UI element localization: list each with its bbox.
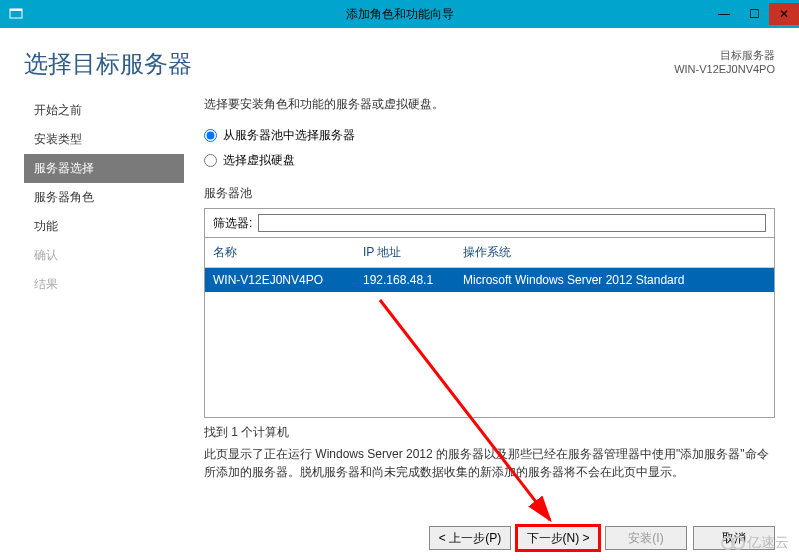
- server-table: 名称 IP 地址 操作系统 WIN-V12EJ0NV4PO 192.168.48…: [204, 238, 775, 418]
- maximize-button[interactable]: ☐: [739, 3, 769, 25]
- wizard-nav: 开始之前 安装类型 服务器选择 服务器角色 功能 确认 结果: [24, 90, 184, 490]
- nav-install-type[interactable]: 安装类型: [24, 125, 184, 154]
- nav-server-selection[interactable]: 服务器选择: [24, 154, 184, 183]
- content: 开始之前 安装类型 服务器选择 服务器角色 功能 确认 结果 选择要安装角色和功…: [0, 90, 799, 490]
- minimize-button[interactable]: —: [709, 3, 739, 25]
- col-name-header[interactable]: 名称: [213, 244, 363, 261]
- page-title: 选择目标服务器: [24, 48, 192, 80]
- svg-rect-1: [10, 9, 22, 11]
- col-os-header[interactable]: 操作系统: [463, 244, 766, 261]
- target-label: 目标服务器: [674, 48, 775, 63]
- wizard-footer: < 上一步(P) 下一步(N) > 安装(I) 取消: [429, 526, 775, 550]
- radio-server-pool[interactable]: 从服务器池中选择服务器: [204, 127, 775, 144]
- found-count: 找到 1 个计算机: [204, 424, 775, 441]
- cancel-button[interactable]: 取消: [693, 526, 775, 550]
- prev-button[interactable]: < 上一步(P): [429, 526, 511, 550]
- window-title: 添加角色和功能向导: [346, 6, 454, 23]
- filter-label: 筛选器:: [213, 215, 252, 232]
- table-row[interactable]: WIN-V12EJ0NV4PO 192.168.48.1 Microsoft W…: [205, 268, 774, 292]
- cell-ip: 192.168.48.1: [363, 273, 463, 287]
- radio-vhd[interactable]: 选择虚拟硬盘: [204, 152, 775, 169]
- description-text: 此页显示了正在运行 Windows Server 2012 的服务器以及那些已经…: [204, 445, 775, 481]
- next-button[interactable]: 下一步(N) >: [517, 526, 599, 550]
- nav-before-begin[interactable]: 开始之前: [24, 96, 184, 125]
- table-header: 名称 IP 地址 操作系统: [205, 238, 774, 268]
- target-info: 目标服务器 WIN-V12EJ0NV4PO: [674, 48, 775, 80]
- filter-row: 筛选器:: [204, 208, 775, 238]
- instruction-text: 选择要安装角色和功能的服务器或虚拟硬盘。: [204, 96, 775, 113]
- app-icon: [6, 4, 26, 24]
- radio-server-pool-input[interactable]: [204, 129, 217, 142]
- server-pool-title: 服务器池: [204, 185, 775, 202]
- main-panel: 选择要安装角色和功能的服务器或虚拟硬盘。 从服务器池中选择服务器 选择虚拟硬盘 …: [184, 90, 775, 490]
- target-name: WIN-V12EJ0NV4PO: [674, 63, 775, 75]
- titlebar: 添加角色和功能向导 — ☐ ✕: [0, 0, 799, 28]
- nav-server-roles[interactable]: 服务器角色: [24, 183, 184, 212]
- nav-results: 结果: [24, 270, 184, 299]
- radio-vhd-label: 选择虚拟硬盘: [223, 152, 295, 169]
- close-button[interactable]: ✕: [769, 3, 799, 25]
- radio-server-pool-label: 从服务器池中选择服务器: [223, 127, 355, 144]
- cell-os: Microsoft Windows Server 2012 Standard: [463, 273, 766, 287]
- install-button: 安装(I): [605, 526, 687, 550]
- window-controls: — ☐ ✕: [709, 3, 799, 25]
- filter-input[interactable]: [258, 214, 766, 232]
- header: 选择目标服务器 目标服务器 WIN-V12EJ0NV4PO: [0, 28, 799, 90]
- cell-name: WIN-V12EJ0NV4PO: [213, 273, 363, 287]
- radio-vhd-input[interactable]: [204, 154, 217, 167]
- col-ip-header[interactable]: IP 地址: [363, 244, 463, 261]
- nav-features[interactable]: 功能: [24, 212, 184, 241]
- nav-confirmation: 确认: [24, 241, 184, 270]
